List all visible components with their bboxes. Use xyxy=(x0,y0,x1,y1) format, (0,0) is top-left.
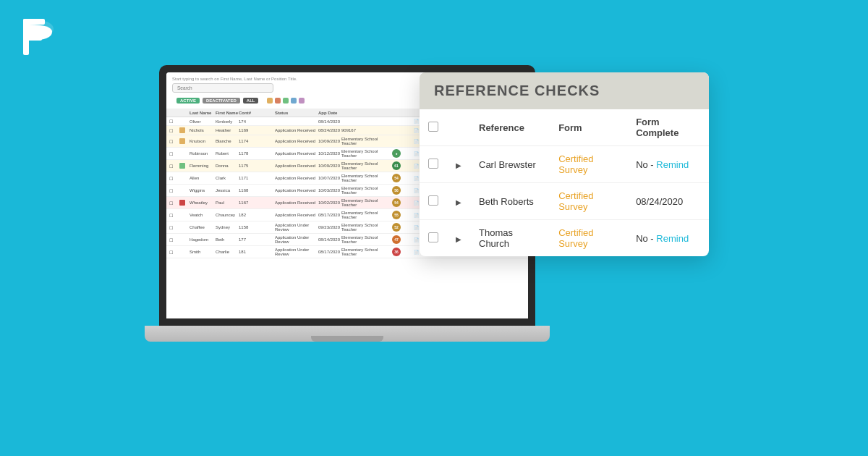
ref-row-check[interactable] xyxy=(420,220,447,257)
row-cont: 1158 xyxy=(239,225,275,229)
row-date: 09/23/2020 xyxy=(318,225,341,229)
row-status: Application Under Review xyxy=(275,235,318,244)
row-score: 61 xyxy=(392,161,414,170)
col-first-name: First Name xyxy=(216,111,239,115)
row-date: 08/14/2020 xyxy=(318,237,341,242)
row-first: Robert xyxy=(216,151,239,156)
ref-table-header-row: Reference Form Form Complete xyxy=(420,109,709,146)
row-cont: 182 xyxy=(239,213,275,217)
row-position: Elementary School Teacher xyxy=(341,211,392,219)
row-first: Sydney xyxy=(216,225,239,229)
row-color xyxy=(179,200,185,206)
filter-tab-deactivated[interactable]: DEACTIVATED xyxy=(203,98,240,104)
row-check[interactable]: ☐ xyxy=(169,176,179,181)
row-check[interactable]: ☐ xyxy=(169,119,179,124)
row-first: Heather xyxy=(216,128,239,132)
col-header-form: Form xyxy=(550,109,627,146)
ref-table: Reference Form Form Complete ▶ Carl Brew… xyxy=(420,109,709,256)
ref-table-row: ▶ Thomas Church Certified Survey No - Re… xyxy=(420,220,709,257)
row-score: 54 xyxy=(392,198,414,207)
row-date: 08/24/2020 xyxy=(318,128,341,132)
row-date: 08/17/2020 xyxy=(318,213,341,217)
row-status: Application Received xyxy=(275,200,318,205)
row-cont: 1175 xyxy=(239,164,275,168)
row-check[interactable]: ☐ xyxy=(169,200,179,206)
row-first: Beth xyxy=(216,237,239,242)
color-dot-5 xyxy=(299,98,305,104)
color-dot-2 xyxy=(275,98,281,104)
row-date: 10/09/2020 xyxy=(318,139,341,143)
ref-row-complete: No - Remind xyxy=(627,146,709,183)
row-date: 10/02/2020 xyxy=(318,200,341,205)
row-date: 08/14/2020 xyxy=(318,119,341,124)
row-position: Elementary School Teacher xyxy=(341,137,392,145)
row-check[interactable]: ☐ xyxy=(169,164,179,169)
row-first: Jessica xyxy=(216,188,239,193)
row-score: 56 xyxy=(392,186,414,195)
row-score: ● xyxy=(392,149,414,158)
row-checkbox-3[interactable] xyxy=(428,232,438,242)
row-last: Flemming xyxy=(190,164,216,168)
col-header-expand xyxy=(447,109,470,146)
row-last: Oliver xyxy=(190,119,216,124)
row-last: Chaffee xyxy=(190,225,216,229)
row-first: Clark xyxy=(216,176,239,180)
header-checkbox[interactable] xyxy=(428,122,438,132)
row-status: Application Received xyxy=(275,213,318,217)
row-score: 47 xyxy=(392,235,414,244)
row-position: 909167 xyxy=(341,128,392,132)
row-check[interactable]: ☐ xyxy=(169,128,179,133)
expand-arrow-icon[interactable]: ▶ xyxy=(456,161,461,169)
remind-link-1[interactable]: Remind xyxy=(656,159,689,170)
row-cont: 1168 xyxy=(239,188,275,193)
ref-row-form: Certified Survey xyxy=(550,183,627,220)
row-check[interactable]: ☐ xyxy=(169,151,179,156)
color-dot-3 xyxy=(283,98,289,104)
row-check[interactable]: ☐ xyxy=(169,213,179,218)
row-first: Donna xyxy=(216,164,239,168)
row-status: Application Under Review xyxy=(275,223,318,232)
row-last: Hagedorn xyxy=(190,237,216,242)
row-first: Charlie xyxy=(216,250,239,254)
laptop-base xyxy=(145,326,550,342)
color-dot-1 xyxy=(267,98,273,104)
ref-row-check[interactable] xyxy=(420,146,447,183)
filter-tab-all[interactable]: ALL xyxy=(243,98,259,104)
ref-row-expand[interactable]: ▶ xyxy=(447,220,470,257)
ref-row-expand[interactable]: ▶ xyxy=(447,183,470,220)
row-position: Elementary School Teacher xyxy=(341,248,392,256)
row-color xyxy=(179,163,185,169)
ref-table-row: ▶ Beth Roberts Certified Survey 08/24/20… xyxy=(420,183,709,220)
row-first: Chauncey xyxy=(216,213,239,217)
col-header-check xyxy=(420,109,447,146)
row-score: 54 xyxy=(392,174,414,182)
row-check[interactable]: ☐ xyxy=(169,237,179,242)
row-check[interactable]: ☐ xyxy=(169,188,179,193)
row-status: Application Received xyxy=(275,176,318,180)
ref-row-check[interactable] xyxy=(420,183,447,220)
app-logo xyxy=(22,17,54,56)
row-status: Application Received xyxy=(275,188,318,193)
reference-checks-panel: REFERENCE CHECKS Reference Form Form Com… xyxy=(420,72,709,256)
ref-row-name: Carl Brewster xyxy=(470,146,550,183)
row-checkbox-2[interactable] xyxy=(428,195,438,206)
row-score: 55 xyxy=(392,211,414,219)
row-last: Smith xyxy=(190,250,216,254)
ref-row-form: Certified Survey xyxy=(550,146,627,183)
row-cont: 1174 xyxy=(239,139,275,143)
row-check[interactable]: ☐ xyxy=(169,250,179,255)
row-check[interactable]: ☐ xyxy=(169,225,179,230)
ref-row-expand[interactable]: ▶ xyxy=(447,146,470,183)
filter-tab-active[interactable]: ACTIVE xyxy=(176,98,200,104)
row-checkbox-1[interactable] xyxy=(428,159,438,169)
row-check[interactable]: ☐ xyxy=(169,139,179,144)
remind-link-3[interactable]: Remind xyxy=(656,233,689,244)
search-input[interactable] xyxy=(172,83,273,93)
ref-panel-title: REFERENCE CHECKS xyxy=(434,83,694,99)
row-date: 10/12/2020 xyxy=(318,151,341,156)
ref-panel-header: REFERENCE CHECKS xyxy=(420,72,709,109)
expand-arrow-icon-2[interactable]: ▶ xyxy=(456,198,461,206)
row-cont: 1178 xyxy=(239,151,275,156)
row-status: Application Under Review xyxy=(275,248,318,256)
expand-arrow-icon-3[interactable]: ▶ xyxy=(456,235,461,243)
